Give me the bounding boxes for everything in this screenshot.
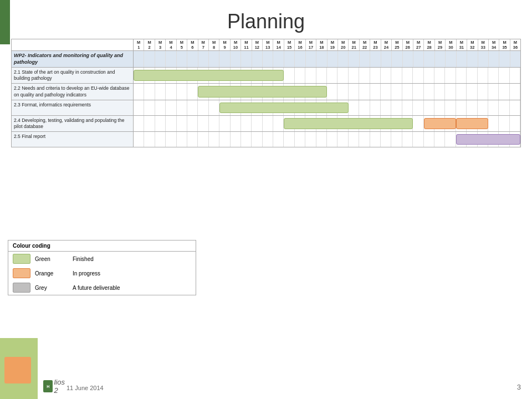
wp-header-cell-27 xyxy=(413,51,424,67)
cell-r5-m27 xyxy=(413,132,423,147)
month-header-14: M14 xyxy=(273,39,284,50)
wp-header-cell-21 xyxy=(349,51,359,67)
month-header-34: M34 xyxy=(489,39,499,50)
gantt-bar-green xyxy=(198,86,327,97)
cell-r5-m29 xyxy=(434,132,445,147)
month-header-33: M33 xyxy=(478,39,489,50)
cell-r5-m13 xyxy=(263,132,273,147)
wp-header-cell-29 xyxy=(435,51,446,67)
legend-item-2: GreyA future deliverable xyxy=(8,280,196,295)
footer-page-number: 3 xyxy=(517,383,521,391)
cell-r1-m23 xyxy=(370,68,381,83)
cell-r4-m10 xyxy=(231,116,241,131)
gantt-row-5: 2.5 Final report xyxy=(12,131,520,147)
gantt-row-2: 2.2 Needs and criteria to develop an EU-… xyxy=(12,83,520,99)
wp-header-cell-35 xyxy=(499,51,510,67)
cell-r4-m5 xyxy=(177,116,187,131)
cell-r3-m7 xyxy=(198,100,208,115)
gantt-row-4: 2.4 Developing, testing, validating and … xyxy=(12,115,520,131)
cell-r5-m17 xyxy=(305,132,316,147)
month-header-23: M23 xyxy=(370,39,381,50)
cell-r4-m35 xyxy=(499,116,509,131)
cell-r4-m12 xyxy=(252,116,262,131)
wp-header-cell-15 xyxy=(284,51,295,67)
month-header-6: M6 xyxy=(187,39,198,50)
cell-r3-m36 xyxy=(510,100,520,115)
wp-header-cells xyxy=(134,51,520,67)
cell-r3-m8 xyxy=(209,100,219,115)
cell-r5-m20 xyxy=(337,132,348,147)
cell-r1-m24 xyxy=(381,68,391,83)
cell-r4-m1 xyxy=(134,116,144,131)
month-header-12: M12 xyxy=(252,39,263,50)
cell-r2-m4 xyxy=(166,84,176,99)
month-header-18: M18 xyxy=(316,39,327,50)
cell-r3-m23 xyxy=(370,100,381,115)
cell-r2-m23 xyxy=(370,84,381,99)
month-header-22: M22 xyxy=(360,39,370,50)
cell-r5-m15 xyxy=(284,132,294,147)
cell-r2-m28 xyxy=(424,84,434,99)
legend-item-0: GreenFinished xyxy=(8,252,196,266)
month-header-16: M16 xyxy=(295,39,305,50)
footer-date: 11 June 2014 xyxy=(66,385,104,391)
cell-r1-m27 xyxy=(413,68,423,83)
month-header-27: M27 xyxy=(413,39,424,50)
cell-r3-m33 xyxy=(478,100,488,115)
cell-r5-m26 xyxy=(402,132,413,147)
month-header-9: M9 xyxy=(219,39,230,50)
gantt-row-cells-5 xyxy=(134,132,520,147)
month-header-36: M36 xyxy=(510,39,520,50)
month-header-29: M29 xyxy=(435,39,446,50)
wp-header-cell-33 xyxy=(478,51,489,67)
cell-r4-m7 xyxy=(198,116,208,131)
wp-header-cell-1 xyxy=(134,51,144,67)
legend-color-desc: In progress xyxy=(73,270,100,277)
cell-r2-m2 xyxy=(144,84,155,99)
wp-header-cell-6 xyxy=(187,51,198,67)
cell-r2-m32 xyxy=(467,84,477,99)
month-header-7: M7 xyxy=(198,39,209,50)
gantt-bar-green xyxy=(284,118,413,129)
cell-r5-m25 xyxy=(391,132,402,147)
cell-r4-m2 xyxy=(144,116,155,131)
cell-r5-m18 xyxy=(316,132,327,147)
cell-r2-m6 xyxy=(187,84,198,99)
wp-header-cell-8 xyxy=(209,51,219,67)
cell-r4-m27 xyxy=(413,116,423,131)
month-header-26: M26 xyxy=(403,39,413,50)
legend-color-desc: Finished xyxy=(73,256,94,262)
gantt-bar-green xyxy=(219,103,349,113)
wp-header-cell-20 xyxy=(338,51,349,67)
wp-header-cell-19 xyxy=(328,51,338,67)
wp-header-cell-14 xyxy=(273,51,284,67)
cell-r5-m30 xyxy=(445,132,456,147)
cell-r1-m15 xyxy=(284,68,294,83)
cell-r1-m31 xyxy=(456,68,467,83)
cell-r5-m14 xyxy=(273,132,284,147)
wp-header-cell-34 xyxy=(489,51,499,67)
legend-color-green xyxy=(13,254,30,264)
logo-text: lios 2 xyxy=(54,378,67,395)
month-header-4: M4 xyxy=(166,39,176,50)
cell-r4-m36 xyxy=(510,116,520,131)
wp-header-cell-7 xyxy=(198,51,209,67)
gantt-bar-purple xyxy=(456,134,520,145)
month-header-11: M11 xyxy=(241,39,252,50)
wp-header-cell-25 xyxy=(392,51,402,67)
gantt-row-label-3: 2.3 Format, informatics requirements xyxy=(12,100,134,115)
cell-r3-m4 xyxy=(166,100,176,115)
cell-r5-m19 xyxy=(327,132,337,147)
gantt-row-cells-3 xyxy=(134,100,520,115)
cell-r3-m3 xyxy=(155,100,166,115)
wp-header-cell-2 xyxy=(144,51,155,67)
colour-coding-legend: Colour coding GreenFinishedOrangeIn prog… xyxy=(8,240,196,295)
wp-header-cell-24 xyxy=(381,51,392,67)
cell-r1-m17 xyxy=(305,68,316,83)
month-header-15: M15 xyxy=(284,39,295,50)
cell-r1-m21 xyxy=(349,68,359,83)
cell-r2-m20 xyxy=(337,84,348,99)
month-header-35: M35 xyxy=(499,39,510,50)
cell-r1-m30 xyxy=(445,68,456,83)
cell-r5-m23 xyxy=(370,132,381,147)
